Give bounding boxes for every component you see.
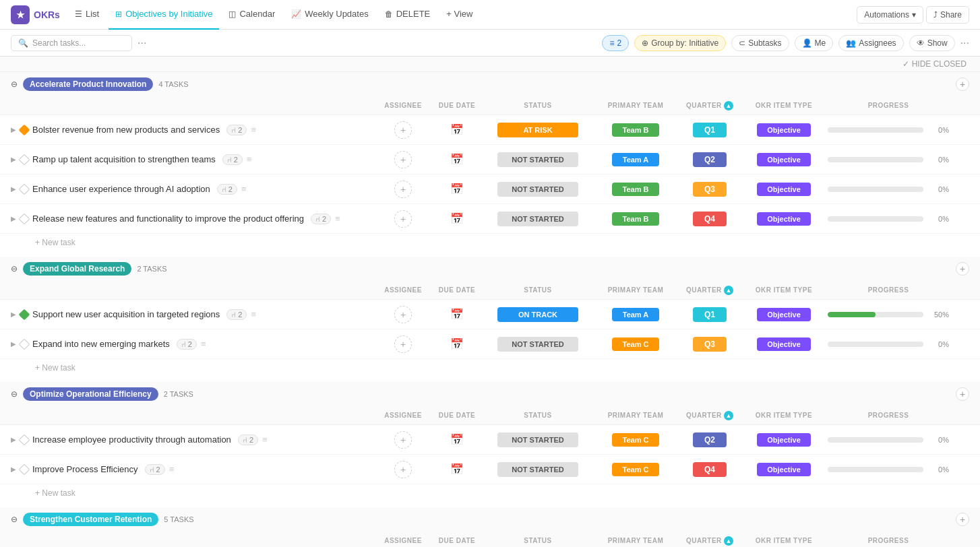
status-badge[interactable]: NOT STARTED bbox=[497, 182, 578, 197]
calendar-date-icon[interactable]: 📅 bbox=[450, 463, 464, 476]
calendar-date-icon[interactable]: 📅 bbox=[450, 153, 464, 166]
okr-type-badge[interactable]: Objective bbox=[757, 433, 811, 447]
tab-weekly-updates[interactable]: 📈 Weekly Updates bbox=[284, 0, 375, 30]
status-badge[interactable]: NOT STARTED bbox=[497, 432, 578, 447]
okr-type-cell[interactable]: Objective bbox=[740, 212, 828, 226]
team-badge[interactable]: Team B bbox=[612, 123, 659, 137]
automations-button[interactable]: Automations ▾ bbox=[857, 6, 923, 24]
add-assignee-button[interactable]: + bbox=[394, 306, 412, 323]
primary-team-cell[interactable]: Team C bbox=[592, 433, 679, 447]
primary-team-cell[interactable]: Team A bbox=[592, 308, 679, 321]
status-badge[interactable]: NOT STARTED bbox=[497, 337, 578, 352]
status-cell[interactable]: NOT STARTED bbox=[484, 182, 592, 197]
task-subtask-badge[interactable]: ⑁ 2 bbox=[226, 309, 247, 320]
task-subtask-badge[interactable]: ⑁ 2 bbox=[222, 154, 243, 165]
expand-icon[interactable]: ▶ bbox=[11, 156, 16, 163]
quarter-badge[interactable]: Q2 bbox=[693, 432, 727, 447]
primary-team-cell[interactable]: Team B bbox=[592, 123, 679, 137]
team-badge[interactable]: Team B bbox=[612, 212, 659, 226]
task-subtask-badge[interactable]: ⑁ 2 bbox=[238, 435, 258, 445]
subtasks-chip[interactable]: ⊂ Subtasks bbox=[731, 35, 789, 51]
okr-type-badge[interactable]: Objective bbox=[757, 123, 811, 137]
tab-view[interactable]: + View bbox=[439, 0, 479, 30]
quarter-cell[interactable]: Q4 bbox=[679, 212, 740, 226]
task-menu-icon[interactable]: ≡ bbox=[247, 154, 252, 164]
assignees-chip[interactable]: 👥 Assignees bbox=[838, 35, 903, 51]
calendar-date-icon[interactable]: 📅 bbox=[450, 433, 464, 446]
status-badge[interactable]: NOT STARTED bbox=[497, 212, 578, 226]
group-toggle-button[interactable]: ⊖ bbox=[11, 389, 18, 399]
search-box[interactable]: 🔍 Search tasks... bbox=[11, 35, 132, 51]
add-assignee-button[interactable]: + bbox=[394, 335, 412, 353]
quarter-badge[interactable]: Q4 bbox=[693, 462, 727, 477]
calendar-date-icon[interactable]: 📅 bbox=[450, 183, 464, 195]
group-toggle-button[interactable]: ⊖ bbox=[11, 515, 18, 524]
status-cell[interactable]: ON TRACK bbox=[484, 307, 592, 322]
quarter-sort-header-icon[interactable]: ▲ bbox=[724, 536, 733, 546]
okr-type-badge[interactable]: Objective bbox=[757, 183, 811, 196]
status-badge[interactable]: AT RISK bbox=[497, 123, 578, 137]
okr-type-badge[interactable]: Objective bbox=[757, 337, 811, 351]
calendar-date-icon[interactable]: 📅 bbox=[450, 212, 464, 225]
quarter-cell[interactable]: Q1 bbox=[679, 123, 740, 137]
okr-type-badge[interactable]: Objective bbox=[757, 463, 811, 476]
quarter-sort-header-icon[interactable]: ▲ bbox=[724, 101, 733, 110]
calendar-date-icon[interactable]: 📅 bbox=[450, 337, 464, 350]
new-task-button[interactable]: + New task bbox=[0, 359, 980, 377]
primary-team-cell[interactable]: Team C bbox=[592, 463, 679, 476]
expand-icon[interactable]: ▶ bbox=[11, 185, 16, 193]
add-assignee-button[interactable]: + bbox=[394, 210, 412, 228]
task-subtask-badge[interactable]: ⑁ 2 bbox=[226, 125, 247, 135]
expand-icon[interactable]: ▶ bbox=[11, 311, 16, 318]
expand-icon[interactable]: ▶ bbox=[11, 436, 16, 443]
group-toggle-button[interactable]: ⊖ bbox=[11, 79, 18, 89]
hide-closed-toggle[interactable]: ✓ HIDE CLOSED bbox=[902, 59, 969, 69]
quarter-cell[interactable]: Q3 bbox=[679, 182, 740, 197]
status-cell[interactable]: AT RISK bbox=[484, 123, 592, 137]
okr-type-cell[interactable]: Objective bbox=[740, 183, 828, 196]
primary-team-cell[interactable]: Team A bbox=[592, 153, 679, 166]
quarter-cell[interactable]: Q4 bbox=[679, 462, 740, 477]
task-menu-icon[interactable]: ≡ bbox=[262, 435, 268, 445]
status-cell[interactable]: NOT STARTED bbox=[484, 462, 592, 477]
task-menu-icon[interactable]: ≡ bbox=[251, 125, 256, 135]
status-badge[interactable]: ON TRACK bbox=[497, 307, 578, 322]
group-by-chip[interactable]: ⊕ Group by: Initiative bbox=[634, 35, 726, 51]
tab-delete[interactable]: 🗑 DELETE bbox=[378, 0, 437, 30]
task-menu-icon[interactable]: ≡ bbox=[251, 309, 256, 319]
group-add-button[interactable]: + bbox=[956, 77, 969, 91]
team-badge[interactable]: Team C bbox=[612, 433, 659, 447]
new-task-button[interactable]: + New task bbox=[0, 234, 980, 251]
quarter-badge[interactable]: Q3 bbox=[693, 182, 727, 197]
add-assignee-button[interactable]: + bbox=[394, 151, 412, 168]
quarter-badge[interactable]: Q2 bbox=[693, 152, 727, 167]
okr-type-cell[interactable]: Objective bbox=[740, 337, 828, 351]
toolbar-more-button[interactable]: ··· bbox=[137, 37, 146, 49]
task-subtask-badge[interactable]: ⑁ 2 bbox=[177, 339, 197, 350]
quarter-badge[interactable]: Q1 bbox=[693, 307, 727, 322]
status-badge[interactable]: NOT STARTED bbox=[497, 462, 578, 477]
okr-type-badge[interactable]: Objective bbox=[757, 153, 811, 166]
quarter-sort-header-icon[interactable]: ▲ bbox=[724, 286, 733, 295]
quarter-badge[interactable]: Q1 bbox=[693, 123, 727, 137]
tab-list[interactable]: ☰ List bbox=[68, 0, 106, 30]
primary-team-cell[interactable]: Team C bbox=[592, 337, 679, 351]
calendar-date-icon[interactable]: 📅 bbox=[450, 123, 464, 136]
app-logo[interactable]: ★ OKRs bbox=[11, 5, 60, 24]
primary-team-cell[interactable]: Team B bbox=[592, 183, 679, 196]
tab-objectives-by-initiative[interactable]: ⊞ Objectives by Initiative bbox=[109, 0, 219, 30]
quarter-sort-header-icon[interactable]: ▲ bbox=[724, 411, 733, 420]
team-badge[interactable]: Team A bbox=[612, 308, 659, 321]
toolbar-more2-button[interactable]: ··· bbox=[960, 37, 969, 49]
task-subtask-badge[interactable]: ⑁ 2 bbox=[145, 464, 165, 475]
task-menu-icon[interactable]: ≡ bbox=[335, 214, 340, 224]
new-task-button[interactable]: + New task bbox=[0, 484, 980, 502]
share-button[interactable]: ⤴ Share bbox=[926, 6, 969, 24]
add-assignee-button[interactable]: + bbox=[394, 181, 412, 198]
quarter-cell[interactable]: Q1 bbox=[679, 307, 740, 322]
okr-type-cell[interactable]: Objective bbox=[740, 433, 828, 447]
quarter-badge[interactable]: Q4 bbox=[693, 212, 727, 226]
task-subtask-badge[interactable]: ⑁ 2 bbox=[217, 184, 237, 195]
add-assignee-button[interactable]: + bbox=[394, 461, 412, 478]
group-toggle-button[interactable]: ⊖ bbox=[11, 264, 18, 274]
